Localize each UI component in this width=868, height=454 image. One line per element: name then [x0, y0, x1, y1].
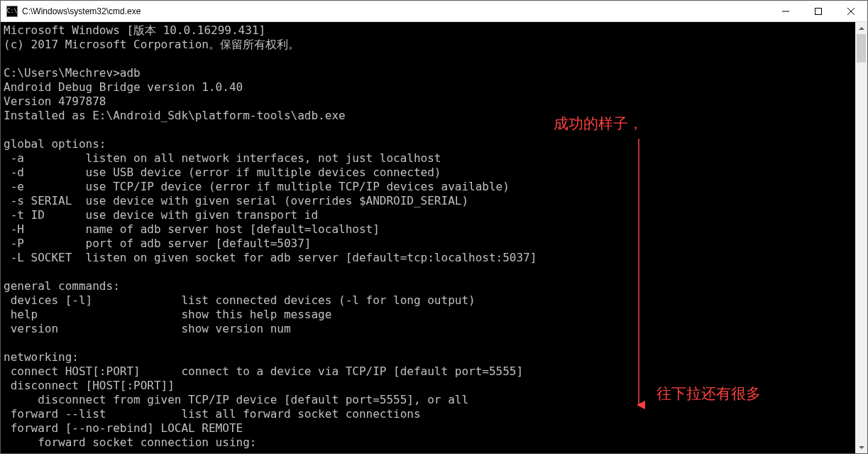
svg-rect-1	[815, 8, 822, 14]
console-output[interactable]: Microsoft Windows [版本 10.0.16299.431] (c…	[1, 22, 855, 453]
cmd-window: C:\ C:\Windows\system32\cmd.exe Microsof…	[0, 0, 868, 454]
svg-marker-4	[859, 27, 864, 30]
minimize-button[interactable]	[769, 1, 802, 21]
cmd-icon: C:\	[6, 6, 18, 17]
scroll-up-button[interactable]	[855, 22, 867, 34]
maximize-button[interactable]	[802, 1, 835, 21]
scroll-down-button[interactable]	[855, 441, 867, 453]
svg-marker-5	[859, 446, 864, 449]
scrollbar-track[interactable]	[855, 34, 867, 441]
scrollbar-thumb[interactable]	[857, 34, 866, 63]
close-button[interactable]	[835, 1, 867, 21]
titlebar[interactable]: C:\ C:\Windows\system32\cmd.exe	[1, 1, 867, 22]
vertical-scrollbar[interactable]	[855, 22, 867, 453]
window-controls	[769, 1, 867, 21]
console-wrapper: Microsoft Windows [版本 10.0.16299.431] (c…	[1, 22, 867, 453]
window-title: C:\Windows\system32\cmd.exe	[22, 6, 769, 16]
